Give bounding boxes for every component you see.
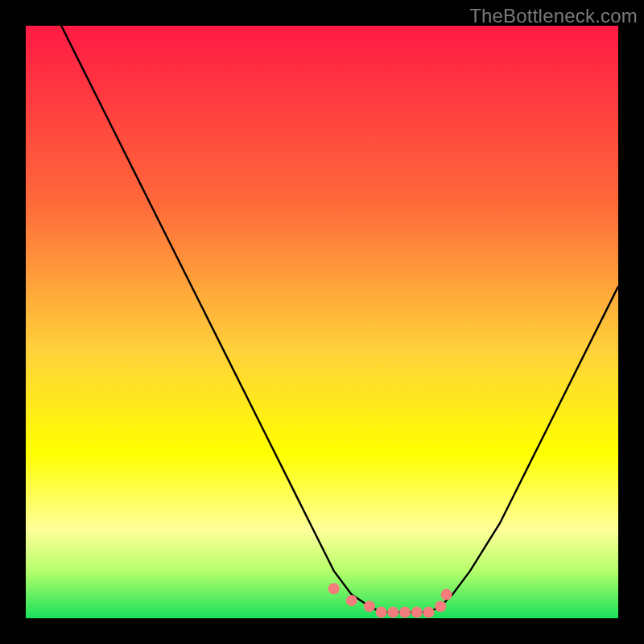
valley-dot	[441, 589, 452, 601]
chart-frame: TheBottleneck.com	[0, 0, 644, 644]
watermark-text: TheBottleneck.com	[469, 5, 638, 27]
valley-dot	[364, 601, 375, 612]
plot-area	[26, 26, 618, 618]
valley-dot	[346, 595, 357, 606]
curve-line	[61, 26, 618, 613]
valley-dot	[423, 607, 435, 618]
bottleneck-curve	[26, 26, 618, 618]
valley-dot	[387, 607, 398, 618]
valley-dot	[435, 601, 446, 612]
valley-dot	[411, 607, 423, 618]
valley-dot	[399, 607, 411, 618]
valley-dot	[328, 583, 340, 594]
valley-dot	[376, 607, 387, 618]
